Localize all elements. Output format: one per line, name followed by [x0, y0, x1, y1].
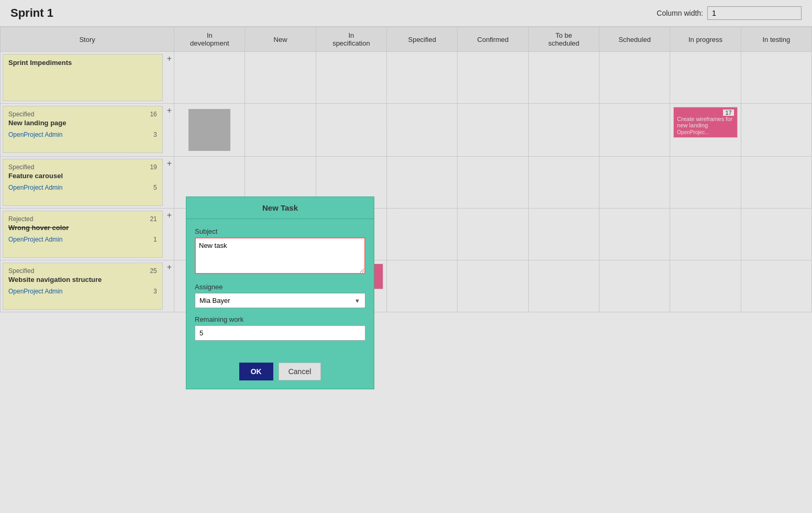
modal-title: New Task — [186, 197, 374, 219]
assignee-select[interactable]: Mia Bayer OpenProject Admin — [195, 293, 365, 308]
assignee-field-group: Assignee Mia Bayer OpenProject Admin — [195, 283, 365, 308]
assignee-label: Assignee — [195, 283, 365, 291]
subject-label: Subject — [195, 227, 365, 235]
new-task-dialog: New Task Subject New task Assignee Mia B… — [186, 197, 374, 312]
assignee-select-wrapper: Mia Bayer OpenProject Admin — [195, 293, 365, 308]
modal-overlay: New Task Subject New task Assignee Mia B… — [0, 0, 812, 312]
modal-body: Subject New task Assignee Mia Bayer Open… — [186, 219, 374, 312]
subject-input[interactable]: New task — [195, 237, 365, 274]
subject-field-group: Subject New task — [195, 227, 365, 276]
